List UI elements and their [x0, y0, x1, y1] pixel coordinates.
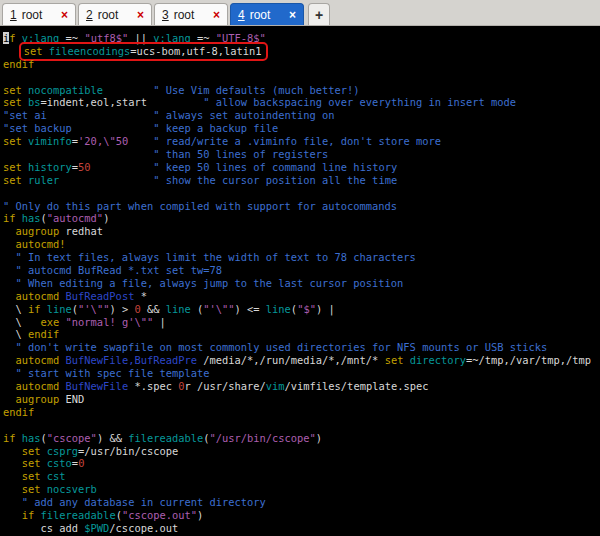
- tab-1-root[interactable]: 1root×: [2, 3, 76, 25]
- code-line: set csprg=/usr/bin/cscope: [3, 445, 600, 458]
- tab-close-icon[interactable]: ×: [61, 9, 68, 21]
- code-line: set csto=0: [3, 457, 600, 470]
- code-line: autocmd BufReadPost *: [3, 290, 600, 303]
- code-line: "set ai " always set autoindenting on: [3, 109, 600, 122]
- code-line: set history=50 " keep 50 lines of comman…: [3, 161, 600, 174]
- terminal-window: 1root×2root×3root×4root×+ if v:lang =~ "…: [0, 0, 600, 536]
- code-line: set viminfo='20,\"50 " read/write a .vim…: [3, 135, 600, 148]
- tab-title: root: [250, 8, 271, 22]
- new-tab-button[interactable]: +: [308, 3, 330, 25]
- tab-number: 4: [238, 8, 245, 22]
- tab-close-icon[interactable]: ×: [213, 9, 220, 21]
- code-line: [3, 187, 600, 200]
- code-line: [3, 419, 600, 432]
- code-line: augroup END: [3, 393, 600, 406]
- tab-title: root: [22, 8, 43, 22]
- code-line: " Only do this part when compiled with s…: [3, 200, 600, 213]
- code-line: " In text files, always limit the width …: [3, 251, 600, 264]
- tab-close-icon[interactable]: ×: [137, 9, 144, 21]
- tab-2-root[interactable]: 2root×: [78, 3, 152, 25]
- code-line: endif: [3, 406, 600, 419]
- code-line: "set backup " keep a backup file: [3, 122, 600, 135]
- code-line: " don't write swapfile on most commonly …: [3, 341, 600, 354]
- tab-number: 2: [86, 8, 93, 22]
- code-line: \ exe "normal! g'\"" |: [3, 316, 600, 329]
- code-line: set ruler " show the cursor position all…: [3, 174, 600, 187]
- code-line: \ if line("'\"") > 0 && line ("'\"") <= …: [3, 303, 600, 316]
- tab-number: 3: [162, 8, 169, 22]
- tab-title: root: [98, 8, 119, 22]
- code-line: autocmd BufNewFile,BufReadPre /media/*,/…: [3, 354, 600, 367]
- code-line: " autocmd BufRead *.txt set tw=78: [3, 264, 600, 277]
- code-line: cs add $PWD/cscope.out: [3, 522, 600, 535]
- code-line: set nocsverb: [3, 483, 600, 496]
- code-line: endif: [3, 58, 600, 71]
- tab-3-root[interactable]: 3root×: [154, 3, 228, 25]
- code-line: set cst: [3, 470, 600, 483]
- code-line: if has("autocmd"): [3, 212, 600, 225]
- code-line: if has("cscope") && filereadable("/usr/b…: [3, 432, 600, 445]
- code-line: [3, 71, 600, 84]
- code-line: " start with spec file template: [3, 367, 600, 380]
- code-line: " than 50 lines of registers: [3, 148, 600, 161]
- tab-title: root: [174, 8, 195, 22]
- tab-number: 1: [10, 8, 17, 22]
- code-line: set fileencodings=ucs-bom,utf-8,latin1: [3, 45, 600, 58]
- code-line: if filereadable("cscope.out"): [3, 509, 600, 522]
- tab-4-root[interactable]: 4root×: [230, 3, 304, 25]
- terminal-screen[interactable]: if v:lang =~ "utf8$" || v:lang =~ "UTF-8…: [0, 26, 600, 536]
- code-line: " When editing a file, always jump to th…: [3, 277, 600, 290]
- code-line: \ endif: [3, 328, 600, 341]
- code-line: augroup redhat: [3, 225, 600, 238]
- code-line: set bs=indent,eol,start " allow backspac…: [3, 96, 600, 109]
- code-line: autocmd BufNewFile *.spec 0r /usr/share/…: [3, 380, 600, 393]
- tab-bar: 1root×2root×3root×4root×+: [0, 0, 600, 26]
- code-line: autocmd!: [3, 238, 600, 251]
- tab-close-icon[interactable]: ×: [289, 9, 296, 21]
- code-line: set nocompatible " Use Vim defaults (muc…: [3, 84, 600, 97]
- code-line: " add any database in current directory: [3, 496, 600, 509]
